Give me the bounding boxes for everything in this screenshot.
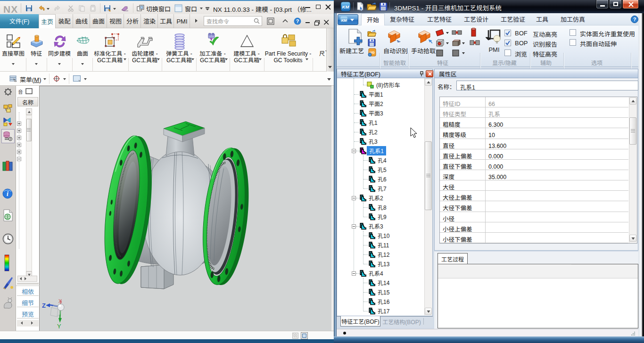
svg-text:i: i bbox=[7, 190, 8, 197]
svg-text:?: ? bbox=[633, 16, 636, 23]
svg-text:Y: Y bbox=[57, 323, 61, 330]
svg-text:Z: Z bbox=[42, 302, 46, 309]
svg-text:X: X bbox=[58, 298, 62, 304]
svg-text:KM: KM bbox=[342, 4, 350, 9]
svg-text:KM: KM bbox=[341, 18, 347, 23]
svg-text:?: ? bbox=[296, 17, 299, 24]
